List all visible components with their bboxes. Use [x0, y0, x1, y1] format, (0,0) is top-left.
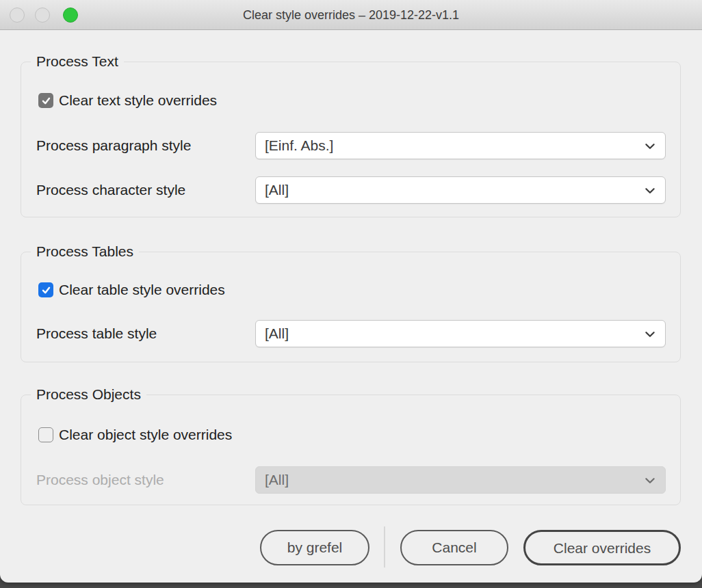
button-divider: [384, 526, 385, 567]
chevron-down-icon: [644, 475, 656, 487]
chevron-down-icon: [644, 140, 656, 152]
clear-text-style-overrides-checkbox[interactable]: [38, 93, 53, 108]
cancel-button[interactable]: Cancel: [400, 530, 508, 565]
process-table-style-select[interactable]: [All]: [255, 320, 666, 347]
select-value: [All]: [265, 325, 289, 341]
clear-table-style-overrides-checkbox-row: Clear table style overrides: [38, 282, 225, 298]
clear-text-style-overrides-checkbox-row: Clear text style overrides: [38, 92, 217, 109]
chevron-down-icon: [644, 185, 656, 197]
window-title: Clear style overrides – 2019-12-22-v1.1: [0, 0, 702, 30]
process-object-style-label: Process object style: [36, 466, 164, 494]
checkbox-label: Clear text style overrides: [59, 92, 217, 109]
select-value: [All]: [265, 472, 289, 487]
by-grefel-button[interactable]: by grefel: [260, 530, 369, 565]
dialog-window: Clear style overrides – 2019-12-22-v1.1 …: [0, 0, 702, 583]
select-value: [Einf. Abs.]: [265, 137, 333, 153]
checkmark-icon: [41, 96, 51, 106]
group-process-tables: Process Tables Clear table style overrid…: [21, 252, 681, 362]
group-title: Process Text: [31, 51, 124, 72]
select-value: [All]: [265, 182, 289, 198]
process-paragraph-style-select[interactable]: [Einf. Abs.]: [255, 132, 666, 159]
clear-object-style-overrides-checkbox-row: Clear object style overrides: [38, 427, 232, 443]
clear-table-style-overrides-checkbox[interactable]: [38, 282, 53, 297]
group-process-text: Process Text Clear text style overrides …: [21, 62, 681, 217]
clear-object-style-overrides-checkbox[interactable]: [38, 427, 53, 442]
process-paragraph-style-label: Process paragraph style: [36, 132, 191, 159]
process-table-style-label: Process table style: [36, 320, 157, 347]
clear-overrides-button[interactable]: Clear overrides: [523, 530, 681, 565]
process-object-style-select: [All]: [255, 466, 666, 494]
checkmark-icon: [41, 285, 51, 295]
group-title: Process Tables: [31, 241, 139, 262]
group-title: Process Objects: [31, 384, 146, 405]
chevron-down-icon: [644, 328, 656, 340]
checkbox-label: Clear table style overrides: [59, 282, 225, 298]
title-bar: Clear style overrides – 2019-12-22-v1.1: [0, 0, 702, 30]
process-character-style-select[interactable]: [All]: [255, 176, 666, 204]
process-character-style-label: Process character style: [36, 176, 185, 204]
checkbox-label: Clear object style overrides: [59, 427, 232, 443]
group-process-objects: Process Objects Clear object style overr…: [21, 395, 681, 505]
